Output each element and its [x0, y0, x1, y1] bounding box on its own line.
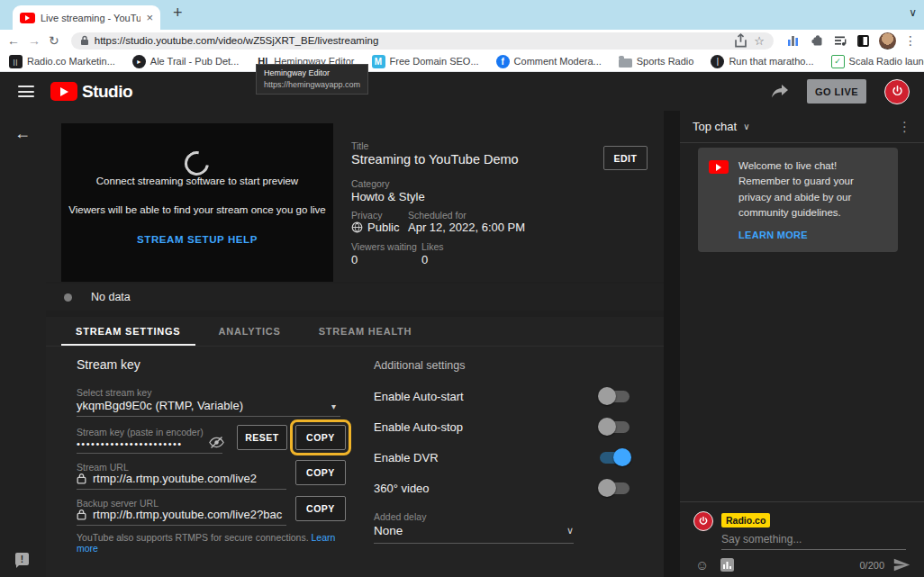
setting-label: Enable Auto-start — [374, 390, 464, 403]
edit-button[interactable]: EDIT — [603, 146, 648, 170]
emoji-icon[interactable]: ☺ — [695, 557, 709, 572]
power-icon — [891, 85, 904, 98]
added-delay-select[interactable]: None ∨ — [374, 524, 574, 537]
chat-menu-icon[interactable]: ⋮ — [898, 119, 911, 135]
equalizer-extension-icon[interactable] — [785, 33, 801, 49]
contrast-extension-icon[interactable] — [856, 33, 871, 49]
share-icon[interactable] — [733, 33, 748, 49]
window-chevron-icon[interactable]: ∨ — [909, 6, 917, 19]
bookmark-run-that-maratho[interactable]: |Run that maratho... — [711, 55, 813, 68]
extensions-puzzle-icon[interactable] — [809, 33, 824, 49]
bookmark-comment-modera[interactable]: fComment Modera... — [496, 55, 602, 68]
browser-tab[interactable]: Live streaming - YouTube Stud × — [13, 5, 160, 30]
send-icon[interactable] — [893, 558, 910, 572]
bookmark-tooltip: Hemingway Editor https://hemingwayapp.co… — [256, 64, 368, 95]
bookmark-label: Ale Trail - Pub Det... — [150, 56, 239, 67]
bookmark-label: Sports Radio — [637, 56, 694, 67]
channel-avatar[interactable] — [884, 79, 910, 104]
chat-welcome-card: Welcome to live chat! Remember to guard … — [698, 148, 898, 252]
copy-backup-url-button[interactable]: COPY — [295, 496, 346, 521]
toggle-enable-dvr[interactable] — [600, 452, 630, 464]
welcome-message: Welcome to live chat! Remember to guard … — [738, 158, 887, 221]
category-label: Category — [351, 178, 390, 189]
tab-analytics[interactable]: ANALYTICS — [204, 317, 295, 346]
backup-url-value[interactable]: rtmp://b.rtmp.youtube.com/live2?bac — [93, 508, 282, 521]
back-icon[interactable]: ← — [7, 34, 20, 47]
tab-stream-settings[interactable]: STREAM SETTINGS — [61, 317, 195, 346]
folder-favicon — [619, 59, 632, 68]
bookmark-label: Radio.co Marketin... — [27, 56, 115, 67]
mblue-favicon: M — [372, 55, 385, 68]
back-arrow-icon[interactable]: ← — [14, 124, 31, 143]
stream-key-masked-value[interactable]: •••••••••••••••••••••• — [77, 438, 183, 449]
stream-url-value[interactable]: rtmp://a.rtmp.youtube.com/live2 — [93, 472, 257, 485]
bookmark-free-domain-seo[interactable]: MFree Domain SEO... — [372, 55, 479, 68]
stream-setup-help-link[interactable]: STREAM SETUP HELP — [61, 234, 333, 245]
playlist-extension-icon[interactable] — [832, 33, 847, 49]
share-arrow-icon[interactable] — [771, 85, 789, 99]
viewers-waiting-value: 0 — [351, 253, 358, 266]
browser-menu-icon[interactable]: ⋮ — [904, 33, 917, 48]
new-tab-button[interactable]: + — [173, 4, 183, 23]
tooltip-title: Hemingway Editor — [264, 68, 360, 79]
youtube-logo-icon — [50, 82, 77, 101]
chevron-down-icon[interactable]: ∨ — [743, 122, 749, 131]
studio-header: Studio GO LIVE — [0, 72, 924, 111]
hamburger-menu-icon[interactable] — [18, 86, 34, 97]
poll-icon[interactable] — [720, 558, 734, 572]
lock-icon — [80, 35, 89, 46]
rtmps-note: YouTube also supports RTMPS for secure c… — [77, 532, 351, 554]
url-bar[interactable]: https://studio.youtube.com/video/wZ5SjXR… — [71, 32, 774, 50]
title-label: Title — [351, 140, 368, 151]
feedback-icon[interactable]: ! — [15, 553, 29, 565]
stream-key-field-label: Stream key (paste in encoder) — [77, 427, 204, 437]
url-text: https://studio.youtube.com/video/wZ5SjXR… — [95, 35, 729, 46]
likes-value: 0 — [421, 253, 428, 266]
bookmark-sports-radio[interactable]: Sports Radio — [619, 56, 694, 68]
setting-row-360-video: 360° video — [374, 473, 644, 503]
setting-row-enable-auto-stop: Enable Auto-stop — [374, 411, 644, 442]
bookmark-label: Scala Radio launc... — [849, 56, 924, 67]
bookmark-ale-trail-pub-det[interactable]: ▸Ale Trail - Pub Det... — [132, 55, 239, 68]
toggle-enable-auto-stop[interactable] — [600, 421, 630, 433]
eye-off-icon[interactable] — [209, 436, 224, 449]
stream-key-select[interactable]: ykqmBgd9E0c (RTMP, Variable) — [77, 399, 340, 412]
bookmark-radio-co-marketin[interactable]: ||Radio.co Marketin... — [9, 55, 115, 68]
facebook-favicon: f — [496, 55, 510, 68]
chevron-down-icon: ∨ — [566, 525, 574, 536]
char-counter: 0/200 — [859, 560, 884, 571]
stream-preview: Connect streaming software to start prev… — [61, 123, 333, 282]
content-area: ← ! Connect streaming software to start … — [0, 111, 924, 577]
privacy-label: Privacy — [351, 210, 382, 221]
chat-username-badge: Radio.co — [721, 513, 770, 527]
copy-stream-url-button[interactable]: COPY — [295, 460, 346, 485]
field-underline — [374, 543, 574, 544]
field-underline — [77, 525, 286, 526]
studio-logo[interactable]: Studio — [50, 82, 132, 102]
chat-message-input[interactable]: Say something... — [721, 533, 906, 550]
toggle-enable-auto-start[interactable] — [600, 391, 630, 402]
tab-close-icon[interactable]: × — [146, 12, 153, 23]
additional-settings-heading: Additional settings — [374, 359, 465, 372]
top-chat-selector[interactable]: Top chat — [693, 120, 737, 133]
chat-learn-more-link[interactable]: LEARN MORE — [738, 230, 887, 240]
copy-stream-key-button[interactable]: COPY — [295, 425, 346, 450]
toggle-360-video[interactable] — [600, 482, 630, 494]
bookmark-star-icon[interactable]: ☆ — [754, 35, 765, 47]
globe-favicon: ▸ — [132, 55, 146, 68]
chat-input-area: Radio.co Say something... ☺ 0/200 — [680, 501, 924, 577]
field-underline — [77, 416, 340, 417]
bookmark-scala-radio-launc[interactable]: ✓Scala Radio launc... — [831, 55, 924, 68]
status-dot-icon — [64, 293, 72, 302]
go-live-button[interactable]: GO LIVE — [807, 79, 866, 104]
forward-icon[interactable]: → — [28, 34, 41, 47]
reload-icon[interactable]: ↻ — [49, 34, 59, 47]
browser-profile-avatar[interactable] — [879, 32, 896, 50]
bookmarks-list: ||Radio.co Marketin...▸Ale Trail - Pub D… — [9, 55, 924, 68]
tab-stream-health[interactable]: STREAM HEALTH — [304, 317, 427, 346]
setting-row-enable-dvr: Enable DVR — [374, 442, 644, 473]
select-caret-icon: ▾ — [331, 401, 336, 411]
reset-button[interactable]: RESET — [237, 425, 287, 450]
scheduled-label: Scheduled for — [408, 210, 467, 221]
globe-icon — [351, 221, 363, 233]
